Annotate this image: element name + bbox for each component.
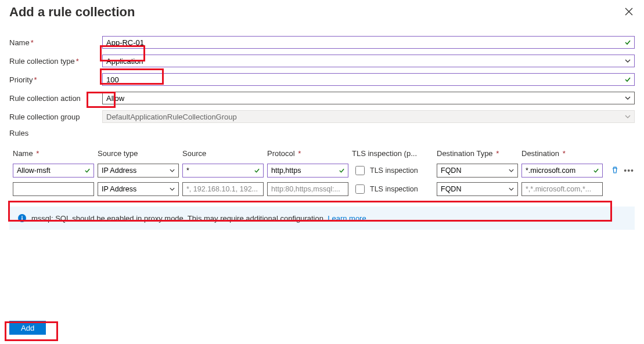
- priority-label: Priority*: [9, 75, 102, 84]
- rule-name-input[interactable]: [13, 182, 94, 196]
- rule-desttype-select[interactable]: [437, 164, 518, 178]
- rule-source-input[interactable]: [182, 182, 264, 196]
- rule-tls-cell: TLS inspection: [352, 164, 433, 178]
- type-label: Rule collection type*: [9, 57, 102, 66]
- name-label: Name*: [9, 38, 102, 47]
- rule-dest-input[interactable]: [521, 164, 603, 178]
- required-star: *: [76, 57, 79, 66]
- info-icon: [17, 213, 27, 223]
- rule-name-input[interactable]: [13, 164, 94, 178]
- rule-sourcetype-select[interactable]: [98, 182, 179, 196]
- rule-tls-checkbox[interactable]: [355, 184, 365, 194]
- priority-input[interactable]: [102, 73, 635, 86]
- svg-rect-2: [21, 216, 23, 217]
- delete-icon[interactable]: [611, 166, 620, 175]
- type-select[interactable]: [102, 55, 635, 67]
- svg-rect-1: [21, 218, 23, 220]
- rules-section-label: Rules: [9, 129, 635, 137]
- required-star: *: [34, 75, 37, 84]
- rule-row: TLS inspection: [13, 182, 635, 196]
- rule-sourcetype-select[interactable]: [98, 164, 179, 178]
- group-select: [102, 110, 635, 123]
- rule-tls-label: TLS inspection: [370, 166, 418, 175]
- group-label: Rule collection group: [9, 113, 102, 121]
- rule-protocol-input[interactable]: [267, 182, 348, 196]
- info-text: mssql: SQL should be enabled in proxy mo…: [31, 214, 328, 223]
- rule-row: TLS inspection •••: [13, 164, 635, 178]
- learn-more-link[interactable]: Learn more.: [328, 214, 368, 223]
- more-icon[interactable]: •••: [624, 166, 634, 175]
- dialog-title: Add a rule collection: [9, 5, 135, 20]
- action-select[interactable]: [102, 92, 635, 104]
- rule-tls-cell: TLS inspection: [352, 182, 433, 196]
- add-button[interactable]: Add: [9, 321, 46, 335]
- rule-protocol-input[interactable]: [267, 164, 348, 178]
- rules-header: Name * Source type Source Protocol * TLS…: [13, 149, 635, 158]
- rule-tls-label: TLS inspection: [370, 185, 418, 193]
- rule-dest-input[interactable]: [521, 182, 603, 196]
- close-icon[interactable]: [624, 7, 635, 17]
- rule-tls-checkbox[interactable]: [355, 166, 365, 175]
- rule-source-input[interactable]: [182, 164, 264, 178]
- required-star: *: [31, 38, 34, 47]
- name-input[interactable]: [102, 36, 635, 49]
- info-bar: mssql: SQL should be enabled in proxy mo…: [9, 207, 635, 230]
- action-label: Rule collection action: [9, 94, 102, 103]
- rule-desttype-select[interactable]: [437, 182, 518, 196]
